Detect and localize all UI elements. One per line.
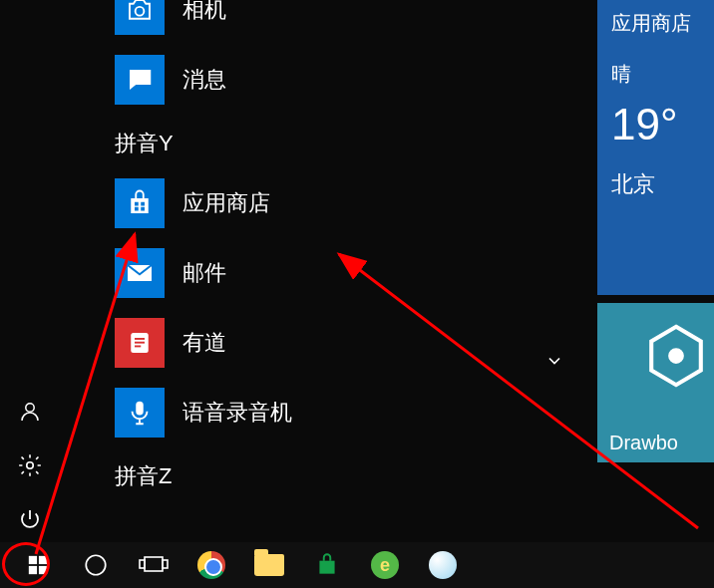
power-icon[interactable] [17, 506, 43, 532]
taskbar-store-icon[interactable] [307, 545, 347, 585]
svg-point-17 [86, 555, 106, 575]
mic-icon [115, 388, 165, 438]
svg-rect-18 [145, 557, 163, 571]
settings-icon[interactable] [17, 452, 43, 478]
svg-point-0 [26, 404, 34, 412]
weather-tile[interactable]: 应用商店 晴 19° 北京 [597, 0, 714, 295]
app-label: 语音录音机 [182, 398, 292, 428]
svg-rect-5 [135, 207, 139, 211]
weather-condition: 晴 [611, 61, 714, 88]
youdao-icon [115, 318, 165, 368]
drawbo-label: Drawbo [597, 432, 678, 454]
message-icon [115, 55, 165, 105]
svg-point-2 [136, 7, 145, 16]
svg-rect-20 [163, 560, 168, 568]
app-label: 应用商店 [182, 188, 270, 218]
app-camera[interactable]: 相机 [115, 0, 454, 45]
account-icon[interactable] [17, 399, 43, 425]
drawbo-tile[interactable]: Drawbo [597, 303, 714, 462]
taskbar: e [0, 542, 714, 588]
browser-icon[interactable]: e [365, 545, 405, 585]
svg-rect-8 [135, 338, 145, 340]
annotation-circle [2, 542, 50, 586]
cortana-icon[interactable] [76, 545, 116, 585]
app-label: 有道 [182, 328, 226, 358]
app-voice-recorder[interactable]: 语音录音机 [115, 378, 454, 447]
folder-icon[interactable] [249, 545, 289, 585]
taskview-icon[interactable] [134, 545, 174, 585]
camera-icon [115, 0, 165, 35]
svg-rect-4 [141, 202, 145, 206]
group-pinyin-z[interactable]: 拼音Z [115, 461, 454, 491]
group-pinyin-y[interactable]: 拼音Y [115, 129, 454, 158]
weather-temp: 19° [611, 100, 714, 149]
svg-point-1 [27, 462, 34, 469]
app-label: 相机 [182, 0, 226, 25]
tile-title: 应用商店 [611, 10, 714, 37]
svg-rect-6 [141, 207, 145, 211]
svg-rect-9 [135, 342, 145, 344]
chevron-down-icon[interactable] [544, 351, 564, 377]
app-label: 消息 [182, 65, 226, 95]
app-store[interactable]: 应用商店 [115, 168, 454, 238]
chrome-icon[interactable] [191, 545, 231, 585]
app-youdao[interactable]: 有道 [115, 308, 454, 378]
weather-city: 北京 [611, 169, 714, 199]
app-label: 邮件 [182, 258, 226, 288]
svg-point-12 [670, 350, 682, 362]
svg-rect-3 [135, 202, 139, 206]
hexagon-icon [641, 321, 711, 391]
app-messages[interactable]: 消息 [115, 45, 454, 115]
mail-icon [115, 248, 165, 298]
svg-rect-11 [136, 402, 144, 416]
app-mail[interactable]: 邮件 [115, 238, 454, 308]
svg-rect-19 [140, 560, 145, 568]
sogou-icon[interactable] [423, 545, 463, 585]
svg-rect-10 [135, 346, 141, 348]
store-icon [115, 178, 165, 228]
